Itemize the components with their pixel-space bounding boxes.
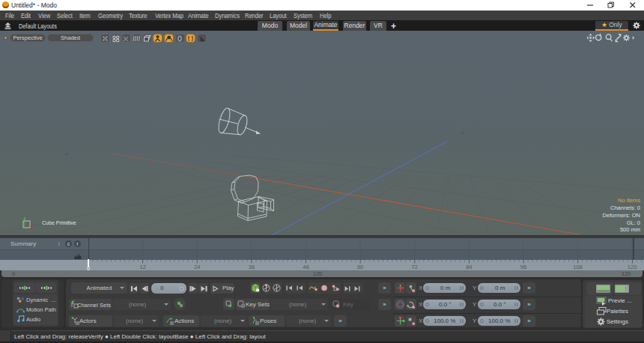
svg-text:z: z — [18, 225, 20, 231]
svg-text:x: x — [31, 225, 34, 231]
svg-text:-z: -z — [460, 130, 464, 135]
svg-text:-x: -x — [64, 151, 69, 157]
